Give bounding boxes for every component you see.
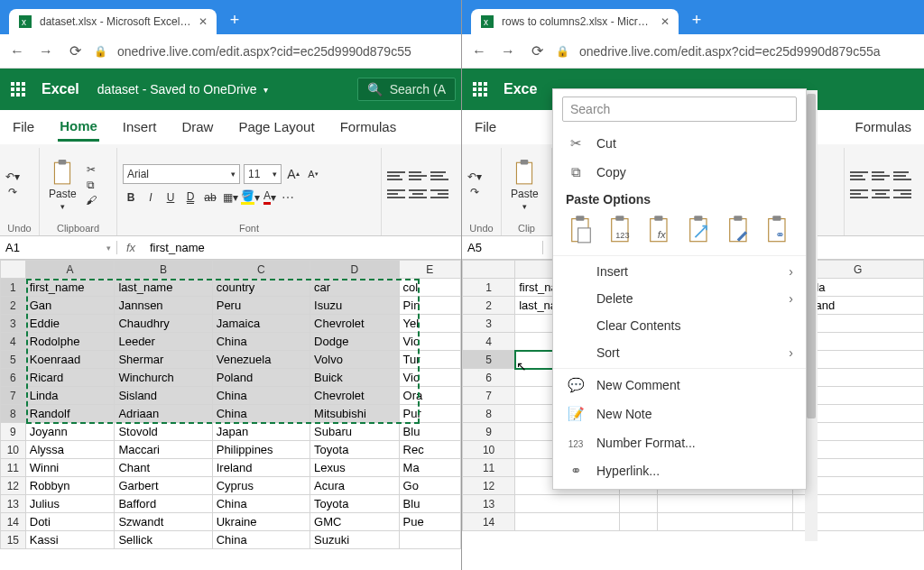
cell[interactable]: Jannsen	[115, 297, 212, 315]
row-header[interactable]: 3	[1, 315, 26, 333]
cell[interactable]: GMC	[310, 513, 400, 531]
cell[interactable]: Blu	[399, 495, 460, 513]
cell[interactable]: Bafford	[115, 495, 212, 513]
spreadsheet-grid[interactable]: ABCDE1first_namelast_namecountrycarcol2G…	[0, 260, 461, 570]
cell[interactable]: Suzuki	[310, 531, 400, 549]
row-header[interactable]: 10	[1, 441, 26, 459]
cell[interactable]: Yel	[399, 315, 460, 333]
cell[interactable]: Koenraad	[25, 351, 115, 369]
cell[interactable]: China	[212, 531, 310, 549]
row-header[interactable]: 2	[1, 297, 26, 315]
cell[interactable]: Stovold	[115, 423, 212, 441]
cell[interactable]: Pue	[399, 513, 460, 531]
cell[interactable]: Poland	[212, 369, 310, 387]
row-header[interactable]: 15	[1, 531, 26, 549]
fx-icon[interactable]: fx	[117, 241, 144, 254]
cell[interactable]: Szwandt	[115, 513, 212, 531]
cell[interactable]: Japan	[212, 423, 310, 441]
row-header[interactable]: 14	[1, 513, 26, 531]
undo-icon[interactable]: ↶▾	[467, 170, 482, 183]
cell[interactable]: Go	[399, 477, 460, 495]
paste-option-keep-source[interactable]	[564, 212, 598, 246]
cell[interactable]: Lexus	[310, 459, 400, 477]
reload-icon[interactable]: ⟳	[527, 41, 547, 61]
cell[interactable]: Leeder	[115, 333, 212, 351]
row-header[interactable]: 13	[463, 495, 515, 513]
tab-formulas[interactable]: Formulas	[338, 114, 399, 140]
cell[interactable]: Philippines	[212, 441, 310, 459]
cell[interactable]: Venezuela	[212, 351, 310, 369]
underline-button[interactable]: U	[162, 189, 179, 206]
row-header[interactable]: 11	[1, 459, 26, 477]
cell[interactable]: China	[212, 405, 310, 423]
cell[interactable]: Doti	[25, 513, 115, 531]
row-header[interactable]: 1	[463, 279, 515, 297]
cell[interactable]: first_name	[25, 279, 115, 297]
cell[interactable]: Dodge	[310, 333, 400, 351]
cell[interactable]: Mitsubishi	[310, 405, 400, 423]
increase-font-icon[interactable]: A▴	[285, 166, 301, 182]
cell[interactable]: Gan	[25, 297, 115, 315]
row-header[interactable]: 4	[1, 333, 26, 351]
forward-icon[interactable]: →	[36, 41, 56, 61]
align-left-icon[interactable]	[387, 188, 405, 200]
column-header[interactable]: A	[25, 261, 115, 279]
cell[interactable]: Rec	[399, 441, 460, 459]
menu-cut[interactable]: ✂Cut	[553, 129, 806, 158]
align-center-icon[interactable]	[409, 188, 427, 200]
column-header[interactable]: E	[399, 261, 460, 279]
menu-delete[interactable]: Delete›	[553, 285, 806, 312]
menu-sort[interactable]: Sort›	[553, 339, 806, 366]
row-header[interactable]: 6	[463, 369, 515, 387]
cell[interactable]: Chevrolet	[310, 387, 400, 405]
cell[interactable]: Rodolphe	[25, 333, 115, 351]
font-size-select[interactable]: 11▾	[244, 164, 282, 184]
undo-icon[interactable]: ↶▾	[5, 170, 20, 183]
menu-clear-contents[interactable]: Clear Contents	[553, 312, 806, 339]
paste-option-formatting[interactable]	[722, 212, 756, 246]
cell[interactable]: Chant	[115, 459, 212, 477]
cell[interactable]: Ukraine	[212, 513, 310, 531]
address-url[interactable]: onedrive.live.com/edit.aspx?cid=ec25d999…	[117, 44, 454, 59]
row-header[interactable]: 7	[463, 387, 515, 405]
cell[interactable]: Winni	[25, 459, 115, 477]
align-right-icon[interactable]	[893, 188, 911, 200]
cell[interactable]	[515, 495, 620, 513]
align-bottom-icon[interactable]	[430, 170, 448, 182]
cell[interactable]: Vio	[399, 333, 460, 351]
cell[interactable]: Isuzu	[310, 297, 400, 315]
column-header[interactable]: C	[212, 261, 310, 279]
search-box[interactable]: 🔍 Search (A	[357, 78, 456, 101]
tab-page-layout[interactable]: Page Layout	[236, 114, 316, 140]
cell[interactable]: China	[212, 387, 310, 405]
cell[interactable]: Eddie	[25, 315, 115, 333]
cell[interactable]: Sisland	[115, 387, 212, 405]
redo-icon[interactable]: ↷	[5, 186, 20, 198]
paste-button[interactable]: Paste ▾	[507, 157, 542, 213]
cell[interactable]: Ma	[399, 459, 460, 477]
cell[interactable]: Joyann	[25, 423, 115, 441]
strike-button[interactable]: ab	[202, 189, 218, 206]
align-middle-icon[interactable]	[872, 170, 890, 182]
forward-icon[interactable]: →	[498, 41, 518, 61]
cell[interactable]: Ireland	[212, 459, 310, 477]
bold-button[interactable]: B	[123, 189, 139, 206]
context-search-input[interactable]: Search	[562, 97, 797, 122]
align-bottom-icon[interactable]	[893, 170, 911, 182]
cell[interactable]: Buick	[310, 369, 400, 387]
paste-option-transpose[interactable]	[682, 212, 716, 246]
row-header[interactable]: 8	[1, 405, 26, 423]
cell[interactable]: country	[212, 279, 310, 297]
redo-icon[interactable]: ↷	[467, 186, 482, 198]
cell[interactable]: China	[212, 495, 310, 513]
align-center-icon[interactable]	[872, 188, 890, 200]
paste-button[interactable]: Paste ▾	[45, 157, 80, 213]
align-top-icon[interactable]	[850, 170, 868, 182]
cut-icon[interactable]: ✂	[84, 163, 98, 176]
close-tab-icon[interactable]: ✕	[199, 15, 208, 28]
align-right-icon[interactable]	[430, 188, 448, 200]
browser-tab[interactable]: x rows to columns2.xlsx - Microsof ✕	[471, 9, 679, 34]
cell[interactable]: Toyota	[310, 441, 400, 459]
row-header[interactable]: 2	[463, 297, 515, 315]
cell[interactable]: Vio	[399, 369, 460, 387]
